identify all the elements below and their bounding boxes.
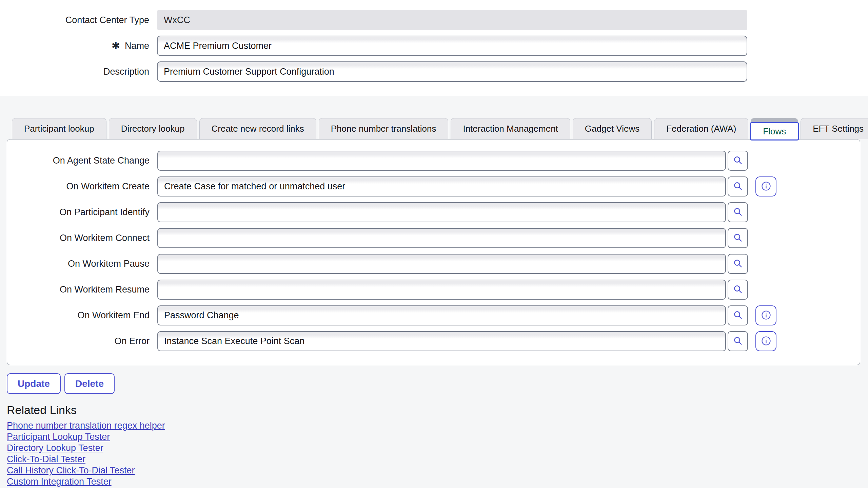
on-workitem-pause-label: On Workitem Pause (7, 259, 150, 269)
search-icon (733, 233, 743, 243)
on-workitem-create-info-button[interactable] (755, 176, 776, 196)
tabbed-section: Participant lookupDirectory lookupCreate… (0, 96, 868, 488)
on-error-label: On Error (7, 336, 150, 346)
tab-label: EFT Settings (813, 124, 864, 134)
flow-row-on-workitem-connect: On Workitem Connect (7, 228, 860, 248)
on-workitem-create-label: On Workitem Create (7, 181, 150, 192)
tab-label: Create new record links (212, 124, 304, 134)
on-workitem-pause-input[interactable] (157, 254, 726, 274)
on-agent-state-change-label: On Agent State Change (7, 155, 150, 166)
related-links-list: Phone number translation regex helperPar… (7, 420, 868, 487)
related-link-directory-lookup-tester[interactable]: Directory Lookup Tester (7, 443, 103, 454)
tab-federation-awa[interactable]: Federation (AWA) (654, 118, 748, 139)
on-error-input[interactable] (157, 331, 726, 351)
active-tab-label: Flows (750, 122, 799, 140)
related-link-phone-number-translation-regex-helper[interactable]: Phone number translation regex helper (7, 420, 165, 431)
name-label-text: Name (125, 41, 149, 51)
on-workitem-pause-field-wrap (157, 254, 726, 274)
tab-label: Phone number translations (331, 124, 436, 134)
on-agent-state-change-field-wrap (157, 151, 726, 171)
tab-create-new-record-links[interactable]: Create new record links (199, 118, 316, 139)
tab-directory-lookup[interactable]: Directory lookup (109, 118, 197, 139)
info-icon (761, 336, 771, 347)
on-workitem-connect-field-wrap (157, 228, 726, 248)
on-workitem-resume-field-wrap (157, 280, 726, 300)
on-workitem-create-input[interactable] (157, 176, 726, 196)
tab-label: Interaction Management (463, 124, 558, 134)
tab-label: Federation (AWA) (666, 124, 736, 134)
on-workitem-connect-label: On Workitem Connect (7, 233, 150, 243)
on-agent-state-change-input[interactable] (157, 151, 726, 171)
related-link-click-to-dial-tester[interactable]: Click-To-Dial Tester (7, 454, 85, 465)
on-workitem-create-field-wrap (157, 176, 726, 196)
related-link-call-history-click-to-dial-tester[interactable]: Call History Click-To-Dial Tester (7, 465, 135, 476)
flow-rows-container: On Agent State ChangeOn Workitem CreateO… (7, 151, 860, 351)
flow-row-on-workitem-pause: On Workitem Pause (7, 254, 860, 274)
tab-bar: Participant lookupDirectory lookupCreate… (12, 118, 868, 139)
contact-center-type-field: WxCC (157, 10, 747, 30)
form-row-name: ✱ Name (0, 36, 868, 56)
tab-interaction-management[interactable]: Interaction Management (451, 118, 570, 139)
contact-center-type-field-wrap: WxCC (157, 10, 747, 30)
search-icon (733, 284, 743, 295)
flow-row-on-agent-state-change: On Agent State Change (7, 151, 860, 171)
tab-gadget-views[interactable]: Gadget Views (573, 118, 652, 139)
flow-row-on-error: On Error (7, 331, 860, 351)
on-participant-identify-field-wrap (157, 202, 726, 222)
required-marker-icon: ✱ (112, 41, 120, 51)
on-error-info-button[interactable] (755, 331, 776, 351)
search-icon (733, 259, 743, 269)
on-workitem-connect-input[interactable] (157, 228, 726, 248)
on-error-search-button[interactable] (728, 331, 748, 351)
flow-row-on-participant-identify: On Participant Identify (7, 202, 860, 222)
description-label-text: Description (103, 67, 149, 77)
name-input[interactable] (157, 36, 747, 56)
flow-row-on-workitem-end: On Workitem End (7, 305, 860, 325)
info-icon (761, 181, 771, 192)
on-participant-identify-search-button[interactable] (728, 202, 748, 222)
tab-flows[interactable]: FlowsFlows (751, 118, 798, 139)
tab-label: Participant lookup (24, 124, 94, 134)
delete-button[interactable]: Delete (64, 373, 115, 394)
contact-center-type-label-text: Contact Center Type (65, 15, 149, 25)
search-icon (733, 207, 743, 218)
flow-row-on-workitem-create: On Workitem Create (7, 176, 860, 196)
tab-label: Gadget Views (585, 124, 639, 134)
flow-row-on-workitem-resume: On Workitem Resume (7, 280, 860, 300)
on-workitem-connect-search-button[interactable] (728, 228, 748, 248)
contact-center-record-page: Contact Center Type WxCC ✱ Name Descript… (0, 0, 868, 488)
related-link-participant-lookup-tester[interactable]: Participant Lookup Tester (7, 431, 110, 443)
on-workitem-resume-label: On Workitem Resume (7, 284, 150, 295)
contact-center-type-value: WxCC (164, 15, 190, 25)
tab-participant-lookup[interactable]: Participant lookup (12, 118, 106, 139)
on-workitem-end-field-wrap (157, 305, 726, 325)
on-workitem-end-label: On Workitem End (7, 310, 150, 321)
tab-phone-number-translations[interactable]: Phone number translations (319, 118, 449, 139)
on-workitem-resume-input[interactable] (157, 280, 726, 300)
on-error-field-wrap (157, 331, 726, 351)
description-field-wrap (157, 61, 747, 82)
record-header-form: Contact Center Type WxCC ✱ Name Descript… (0, 0, 868, 96)
on-agent-state-change-search-button[interactable] (728, 151, 748, 171)
on-workitem-end-input[interactable] (157, 305, 726, 325)
on-participant-identify-input[interactable] (157, 202, 726, 222)
description-input[interactable] (157, 61, 747, 82)
on-workitem-create-search-button[interactable] (728, 176, 748, 196)
search-icon (733, 310, 743, 321)
name-label: ✱ Name (0, 41, 149, 51)
on-workitem-end-search-button[interactable] (728, 305, 748, 325)
on-participant-identify-label: On Participant Identify (7, 207, 150, 218)
on-workitem-end-info-button[interactable] (755, 305, 776, 325)
update-button[interactable]: Update (7, 373, 61, 394)
tab-eft-settings[interactable]: EFT Settings (801, 118, 868, 139)
related-link-custom-integration-tester[interactable]: Custom Integration Tester (7, 476, 112, 487)
form-row-description: Description (0, 61, 868, 82)
on-workitem-pause-search-button[interactable] (728, 254, 748, 274)
form-action-bar: Update Delete (7, 373, 868, 394)
flows-tab-panel: On Agent State ChangeOn Workitem CreateO… (7, 139, 860, 365)
form-row-contact-center-type: Contact Center Type WxCC (0, 10, 868, 30)
name-field-wrap (157, 36, 747, 56)
contact-center-type-label: Contact Center Type (0, 15, 149, 25)
related-links-section: Related Links Phone number translation r… (7, 403, 868, 487)
on-workitem-resume-search-button[interactable] (728, 280, 748, 300)
